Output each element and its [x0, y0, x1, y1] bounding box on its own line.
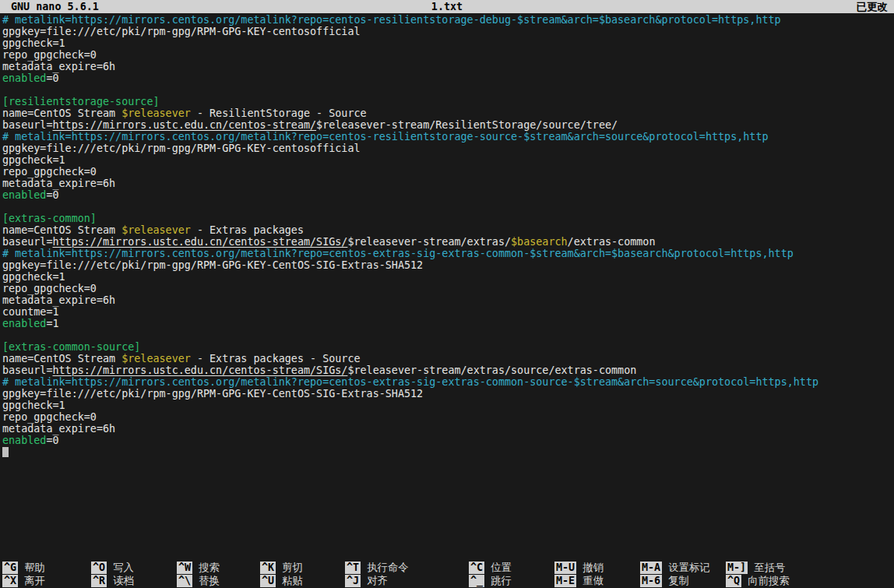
code-line: metadata_expire=6h — [2, 61, 894, 72]
code-segment: gpgkey=file:///etc/pki/rpm-gpg/RPM-GPG-K… — [2, 388, 423, 400]
shortcut-redo[interactable]: M-E重做 — [554, 575, 604, 587]
code-line: repo_gpgcheck=0 — [2, 49, 894, 61]
shortcut-label: 搜索 — [199, 562, 220, 573]
shortcut-label: 重做 — [583, 575, 604, 586]
code-segment: repo_gpgcheck=0 — [2, 411, 97, 423]
code-segment: https://mirrors.ustc.edu.cn/centos-strea… — [53, 119, 317, 131]
shortcut-execute[interactable]: ^T执行命令 — [345, 562, 409, 574]
code-line — [2, 446, 894, 458]
shortcut-label: 替换 — [199, 575, 220, 586]
code-line: gpgcheck=1 — [2, 400, 894, 411]
shortcut-justify[interactable]: ^J对齐 — [345, 575, 388, 587]
shortcut-key: ^U — [260, 575, 276, 587]
shortcut-undo[interactable]: M-U撤销 — [554, 562, 604, 574]
shortcut-paste[interactable]: ^U粘贴 — [260, 575, 303, 587]
code-line: gpgcheck=1 — [2, 37, 894, 49]
code-segment: $releasever-stream/extras/source/extras-… — [347, 364, 636, 376]
code-segment: enabled — [2, 435, 46, 446]
shortcut-label: 帮助 — [24, 562, 45, 573]
code-line: baseurl=https://mirrors.ustc.edu.cn/cent… — [2, 364, 894, 376]
code-line: gpgcheck=1 — [2, 271, 894, 283]
code-segment: gpgkey=file:///etc/pki/rpm-gpg/RPM-GPG-K… — [2, 143, 361, 154]
shortcut-label: 剪切 — [282, 562, 303, 573]
code-line: [extras-common-source] — [2, 341, 894, 353]
code-segment: enabled — [2, 72, 46, 84]
code-line: [extras-common] — [2, 213, 894, 224]
shortcut-label: 粘贴 — [282, 575, 303, 586]
code-segment: gpgcheck=1 — [2, 400, 65, 411]
shortcut-bar: ^G帮助^O写入^W搜索^K剪切^T执行命令^C位置M-U撤销M-A设置标记M-… — [0, 562, 894, 587]
code-segment: [resilientstorage-source] — [2, 96, 160, 107]
shortcut-label: 写入 — [113, 562, 134, 573]
shortcut-write-out[interactable]: ^O写入 — [91, 562, 134, 574]
code-segment: /extras-common — [568, 236, 656, 248]
shortcut-help[interactable]: ^G帮助 — [2, 562, 45, 574]
nano-terminal-window: GNU nano 5.6.1 1.txt 已更改 # metalink=http… — [0, 0, 894, 588]
code-line: gpgkey=file:///etc/pki/rpm-gpg/RPM-GPG-K… — [2, 143, 894, 154]
shortcut-label: 复制 — [668, 575, 689, 586]
code-line: metadata_expire=6h — [2, 178, 894, 189]
shortcut-set-mark[interactable]: M-A设置标记 — [640, 562, 710, 574]
code-line: # metalink=https://mirrors.centos.org/me… — [2, 14, 894, 26]
shortcut-location[interactable]: ^C位置 — [469, 562, 512, 574]
code-line: enabled=0 — [2, 72, 894, 84]
code-segment: gpgcheck=1 — [2, 154, 65, 166]
code-line: gpgkey=file:///etc/pki/rpm-gpg/RPM-GPG-K… — [2, 388, 894, 400]
shortcut-key: ^O — [91, 562, 107, 574]
shortcut-key: M-U — [554, 562, 576, 574]
code-segment: =0 — [46, 72, 58, 84]
shortcut-key: ^W — [177, 562, 192, 574]
code-segment: $releasever — [121, 224, 191, 236]
code-segment: # metalink=https://mirrors.centos.org/me… — [2, 131, 769, 143]
code-segment: countme=1 — [2, 306, 59, 318]
code-segment: $releasever-stream/ResilientStorage/sour… — [316, 119, 618, 131]
code-segment: $releasever-stream/extras/ — [347, 236, 511, 248]
shortcut-search-backward[interactable]: ^Q向前搜索 — [726, 575, 790, 587]
code-segment: - ResilientStorage - Source — [191, 107, 367, 119]
code-segment: gpgkey=file:///etc/pki/rpm-gpg/RPM-GPG-K… — [2, 26, 361, 37]
text-cursor — [2, 447, 9, 457]
shortcut-exit[interactable]: ^X离开 — [2, 575, 45, 587]
shortcut-label: 撤销 — [583, 562, 604, 573]
code-segment: $basearch — [511, 236, 568, 248]
code-segment: name=CentOS Stream — [2, 224, 121, 236]
shortcut-search[interactable]: ^W搜索 — [177, 562, 220, 574]
code-line: baseurl=https://mirrors.ustc.edu.cn/cent… — [2, 119, 894, 131]
shortcut-key: ^T — [345, 562, 361, 574]
shortcut-key: ^X — [2, 575, 18, 587]
footer-row-bottom: ^X离开^R读档^\替换^U粘贴^J对齐^_跳行M-E重做M-6复制^Q向前搜索 — [0, 575, 894, 587]
code-line: enabled=0 — [2, 189, 894, 201]
code-segment: $releasever — [121, 353, 191, 364]
code-segment: repo_gpgcheck=0 — [2, 283, 97, 294]
code-line — [2, 201, 894, 213]
code-segment: - Extras packages — [191, 224, 304, 236]
shortcut-label: 向前搜索 — [748, 575, 790, 586]
code-segment: # metalink=https://mirrors.centos.org/me… — [2, 376, 818, 388]
code-line: enabled=0 — [2, 435, 894, 446]
code-segment: =0 — [46, 189, 58, 201]
shortcut-read-file[interactable]: ^R读档 — [91, 575, 134, 587]
shortcut-key: ^R — [91, 575, 107, 587]
code-segment: name=CentOS Stream — [2, 353, 121, 364]
code-segment: https://mirrors.ustc.edu.cn/centos-strea… — [53, 364, 348, 376]
code-line: metadata_expire=6h — [2, 294, 894, 306]
shortcut-replace[interactable]: ^\替换 — [177, 575, 220, 587]
shortcut-go-to-line[interactable]: ^_跳行 — [469, 575, 512, 587]
shortcut-key: ^Q — [726, 575, 741, 587]
code-line: gpgkey=file:///etc/pki/rpm-gpg/RPM-GPG-K… — [2, 259, 894, 271]
shortcut-to-bracket[interactable]: M-]至括号 — [726, 562, 785, 574]
shortcut-copy[interactable]: M-6复制 — [640, 575, 689, 587]
code-line: gpgcheck=1 — [2, 154, 894, 166]
shortcut-cut[interactable]: ^K剪切 — [260, 562, 303, 574]
code-segment: name=CentOS Stream — [2, 107, 121, 119]
code-line: repo_gpgcheck=0 — [2, 166, 894, 178]
code-segment: [extras-common-source] — [2, 341, 140, 353]
code-line: baseurl=https://mirrors.ustc.edu.cn/cent… — [2, 236, 894, 248]
code-segment: gpgcheck=1 — [2, 37, 65, 49]
code-segment: gpgkey=file:///etc/pki/rpm-gpg/RPM-GPG-K… — [2, 259, 423, 271]
titlebar: GNU nano 5.6.1 1.txt 已更改 — [0, 0, 894, 13]
editor-buffer[interactable]: # metalink=https://mirrors.centos.org/me… — [2, 14, 894, 458]
code-segment: metadata_expire=6h — [2, 61, 115, 72]
code-segment: =1 — [46, 318, 58, 329]
code-segment: [extras-common] — [2, 213, 97, 224]
